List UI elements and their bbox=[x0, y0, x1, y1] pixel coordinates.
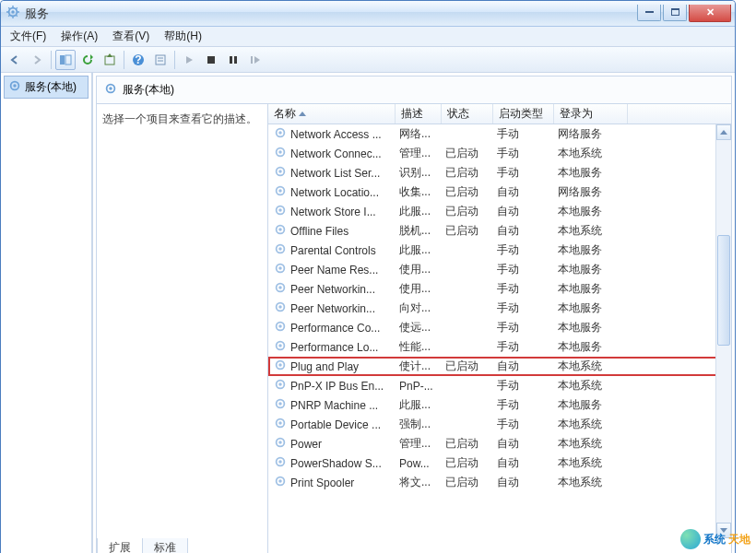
gear-icon bbox=[8, 79, 21, 95]
cell-desc: 收集... bbox=[396, 184, 442, 200]
cell-status: 已启动 bbox=[442, 165, 493, 181]
service-row[interactable]: Performance Lo...性能...手动本地服务 bbox=[268, 337, 731, 357]
app-icon bbox=[6, 6, 19, 21]
cell-status: 已启动 bbox=[442, 204, 493, 219]
tab-strip: 扩展 标准 bbox=[97, 538, 187, 553]
scroll-thumb[interactable] bbox=[717, 235, 730, 346]
service-row[interactable]: PnP-X IP Bus En...PnP-...手动本地系统 bbox=[268, 376, 731, 395]
svg-rect-4 bbox=[105, 56, 114, 65]
service-name-label: Network Locatio... bbox=[290, 186, 379, 199]
menu-action[interactable]: 操作(A) bbox=[53, 26, 105, 47]
cell-startup: 手动 bbox=[493, 378, 554, 394]
cell-name: Network Locatio... bbox=[270, 184, 396, 200]
vertical-scrollbar[interactable] bbox=[715, 124, 731, 538]
service-row[interactable]: PNRP Machine ...此服...手动本地服务 bbox=[268, 395, 731, 415]
gear-icon bbox=[274, 165, 287, 181]
svg-point-51 bbox=[278, 441, 282, 444]
panel-body: 选择一个项目来查看它的描述。 名称 描述 状态 启动类型 登录为 Network… bbox=[97, 104, 731, 553]
cell-desc: 使计... bbox=[396, 359, 442, 374]
svg-point-15 bbox=[13, 84, 17, 88]
service-row[interactable]: Power管理...已启动自动本地系统 bbox=[268, 434, 731, 453]
pause-service-button[interactable] bbox=[223, 50, 243, 70]
col-logon[interactable]: 登录为 bbox=[554, 104, 628, 124]
window-controls: ✕ bbox=[637, 5, 731, 23]
cell-logon: 本地服务 bbox=[554, 281, 628, 297]
service-row[interactable]: Network Locatio...收集...已启动自动网络服务 bbox=[268, 182, 731, 202]
service-row[interactable]: Network Store I...此服...已启动自动本地服务 bbox=[268, 202, 731, 221]
tree-node-services-local[interactable]: 服务(本地) bbox=[4, 76, 89, 99]
service-row[interactable]: Offline Files脱机...已启动自动本地系统 bbox=[268, 221, 731, 241]
svg-point-25 bbox=[278, 189, 282, 193]
titlebar[interactable]: 服务 ✕ bbox=[1, 1, 735, 27]
cell-name: Offline Files bbox=[270, 223, 396, 239]
cell-name: Peer Networkin... bbox=[270, 300, 396, 316]
gear-icon bbox=[274, 455, 287, 471]
service-rows: Network Access ...网络...手动网络服务Network Con… bbox=[268, 124, 731, 492]
service-row[interactable]: Network Connec...管理...已启动手动本地系统 bbox=[268, 144, 731, 163]
cell-startup: 自动 bbox=[493, 475, 554, 490]
svg-rect-7 bbox=[156, 55, 165, 65]
service-row[interactable]: Parental Controls此服...手动本地服务 bbox=[268, 241, 731, 260]
cell-status: 已启动 bbox=[442, 146, 493, 161]
service-row[interactable]: Peer Networkin...使用...手动本地服务 bbox=[268, 279, 731, 299]
gear-icon bbox=[274, 339, 287, 355]
service-row[interactable]: Performance Co...使远...手动本地服务 bbox=[268, 318, 731, 337]
service-row[interactable]: Portable Device ...强制...手动本地系统 bbox=[268, 415, 731, 434]
main-area: 服务(本地) 服务(本地) 选择一个项目来查看它的描述。 名称 描述 状态 启动… bbox=[1, 73, 735, 553]
restart-service-button[interactable] bbox=[245, 50, 266, 70]
scroll-up-button[interactable] bbox=[716, 124, 731, 140]
cell-desc: 使用... bbox=[396, 281, 442, 297]
close-button[interactable]: ✕ bbox=[689, 5, 731, 22]
service-name-label: Performance Co... bbox=[290, 322, 380, 335]
show-hide-tree-button[interactable] bbox=[55, 50, 76, 70]
refresh-button[interactable] bbox=[77, 50, 98, 70]
menu-file[interactable]: 文件(F) bbox=[3, 26, 53, 47]
svg-point-37 bbox=[278, 305, 282, 309]
cell-startup: 手动 bbox=[493, 339, 554, 355]
service-row[interactable]: Print Spooler将文...已启动自动本地系统 bbox=[268, 473, 731, 492]
menu-help[interactable]: 帮助(H) bbox=[157, 26, 209, 47]
cell-status: 已启动 bbox=[442, 475, 493, 490]
start-service-button[interactable] bbox=[179, 50, 199, 70]
back-button[interactable] bbox=[5, 50, 25, 70]
service-row[interactable]: Peer Name Res...使用...手动本地服务 bbox=[268, 260, 731, 279]
tab-standard[interactable]: 标准 bbox=[142, 538, 188, 553]
help-button[interactable]: ? bbox=[128, 50, 148, 70]
col-startup[interactable]: 启动类型 bbox=[493, 104, 554, 124]
cell-logon: 本地系统 bbox=[554, 223, 628, 239]
maximize-button[interactable] bbox=[663, 5, 687, 21]
cell-logon: 本地系统 bbox=[554, 378, 628, 394]
gear-icon bbox=[274, 223, 287, 239]
service-row[interactable]: Plug and Play使计...已启动自动本地系统 bbox=[268, 357, 731, 376]
service-name-label: Plug and Play bbox=[290, 360, 359, 373]
menu-view[interactable]: 查看(V) bbox=[105, 26, 157, 47]
gear-icon bbox=[274, 242, 287, 258]
cell-startup: 手动 bbox=[493, 300, 554, 316]
menu-bar: 文件(F) 操作(A) 查看(V) 帮助(H) bbox=[1, 27, 735, 47]
service-row[interactable]: PowerShadow S...Pow...已启动自动本地系统 bbox=[268, 453, 731, 473]
cell-logon: 本地系统 bbox=[554, 455, 628, 471]
toolbar-separator bbox=[174, 51, 175, 69]
forward-button[interactable] bbox=[27, 50, 47, 70]
properties-button[interactable] bbox=[150, 50, 171, 70]
service-name-label: Network Store I... bbox=[290, 206, 376, 218]
svg-point-49 bbox=[278, 421, 282, 425]
minimize-button[interactable] bbox=[637, 5, 661, 21]
cell-logon: 网络服务 bbox=[554, 126, 628, 142]
gear-icon bbox=[274, 436, 287, 452]
stop-service-button[interactable] bbox=[201, 50, 221, 70]
cell-name: Portable Device ... bbox=[270, 417, 396, 432]
cell-status: 已启动 bbox=[442, 223, 493, 239]
service-name-label: Portable Device ... bbox=[290, 418, 381, 431]
svg-point-53 bbox=[278, 460, 282, 464]
gear-icon bbox=[274, 320, 287, 335]
gear-icon bbox=[274, 146, 287, 161]
col-name[interactable]: 名称 bbox=[268, 104, 396, 124]
tab-extended[interactable]: 扩展 bbox=[97, 538, 143, 553]
service-row[interactable]: Peer Networkin...向对...手动本地服务 bbox=[268, 299, 731, 318]
export-list-button[interactable] bbox=[100, 50, 120, 70]
service-row[interactable]: Network List Ser...识别...已启动手动本地服务 bbox=[268, 163, 731, 182]
col-status[interactable]: 状态 bbox=[442, 104, 493, 124]
col-desc[interactable]: 描述 bbox=[396, 104, 442, 124]
service-row[interactable]: Network Access ...网络...手动网络服务 bbox=[268, 124, 731, 144]
